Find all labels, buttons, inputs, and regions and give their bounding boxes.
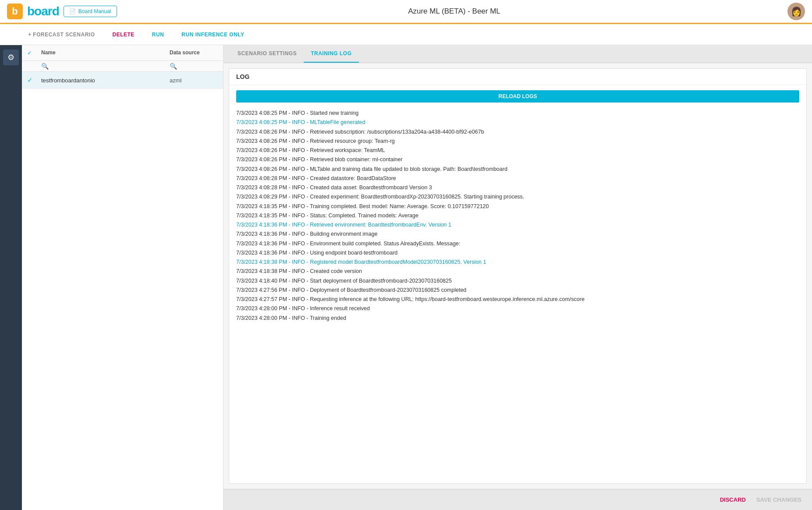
log-line: 7/3/2023 4:08:26 PM - INFO - Retrieved b…	[236, 155, 799, 164]
log-line: 7/3/2023 4:27:57 PM - INFO - Requesting …	[236, 295, 799, 304]
log-line: 7/3/2023 4:18:36 PM - INFO - Retrieved e…	[236, 220, 799, 230]
scenario-list-row[interactable]: ✓ testfromboardantonio azml	[22, 72, 223, 89]
log-line: 7/3/2023 4:08:26 PM - INFO - Retrieved s…	[236, 128, 799, 137]
log-line: 7/3/2023 4:18:38 PM - INFO - Created cod…	[236, 267, 799, 276]
logo-area: b board 📄 Board Manual	[7, 4, 121, 19]
log-line: 7/3/2023 4:08:29 PM - INFO - Created exp…	[236, 192, 799, 202]
log-panel: LOG RELOAD LOGS 7/3/2023 4:08:25 PM - IN…	[229, 68, 807, 484]
log-line: 7/3/2023 4:18:36 PM - INFO - Using endpo…	[236, 248, 799, 258]
scenario-name: testfromboardantonio	[41, 77, 170, 84]
log-line: 7/3/2023 4:27:56 PM - INFO - Deployment …	[236, 286, 799, 295]
content-area: ✓ Name Data source 🔍 🔍 ✓	[22, 45, 812, 510]
tab-training-log[interactable]: TRAINING LOG	[304, 45, 358, 63]
log-line: 7/3/2023 4:18:36 PM - INFO - Environment…	[236, 239, 799, 248]
list-search-row: 🔍 🔍	[22, 61, 223, 72]
main-layout: ⚙ ✓ Name Data source 🔍	[0, 45, 812, 510]
log-line: 7/3/2023 4:28:00 PM - INFO - Inference r…	[236, 304, 799, 313]
log-line: 7/3/2023 4:28:00 PM - INFO - Training en…	[236, 314, 799, 323]
tab-scenario-settings[interactable]: SCENARIO SETTINGS	[230, 45, 304, 63]
log-line: 7/3/2023 4:08:26 PM - INFO - MLTable and…	[236, 165, 799, 174]
toolbar: + FORECAST SCENARIO DELETE RUN RUN INFER…	[0, 24, 812, 45]
list-header: ✓ Name Data source	[22, 45, 223, 61]
log-line: 7/3/2023 4:18:36 PM - INFO - Building en…	[236, 230, 799, 239]
delete-button[interactable]: DELETE	[111, 29, 136, 40]
avatar[interactable]: 👩	[787, 3, 805, 20]
row-checkbox[interactable]: ✓	[27, 76, 41, 84]
save-changes-button[interactable]: SAVE CHANGES	[756, 496, 801, 503]
discard-button[interactable]: DISCARD	[720, 496, 746, 503]
log-line: 7/3/2023 4:08:28 PM - INFO - Created dat…	[236, 174, 799, 183]
log-line: 7/3/2023 4:08:28 PM - INFO - Created dat…	[236, 183, 799, 192]
top-header: b board 📄 Board Manual Azure ML (BETA) -…	[0, 0, 812, 24]
manual-doc-icon: 📄	[69, 8, 76, 14]
check-col-header: ✓	[27, 50, 41, 56]
log-line: 7/3/2023 4:18:38 PM - INFO - Registered …	[236, 258, 799, 267]
panel-row: ✓ Name Data source 🔍 🔍 ✓	[22, 45, 812, 510]
reload-logs-button[interactable]: RELOAD LOGS	[236, 90, 799, 103]
logo-board-text: board	[27, 4, 59, 18]
log-content[interactable]: 7/3/2023 4:08:25 PM - INFO - Started new…	[229, 107, 806, 483]
nav-settings-icon[interactable]: ⚙	[3, 50, 19, 65]
log-line: 7/3/2023 4:08:25 PM - INFO - Started new…	[236, 109, 799, 118]
name-search-icon[interactable]: 🔍	[41, 63, 49, 70]
scenario-source: azml	[170, 77, 218, 84]
tabs-row: SCENARIO SETTINGS TRAINING LOG	[223, 45, 812, 63]
scenario-list: ✓ Name Data source 🔍 🔍 ✓	[22, 45, 223, 510]
name-col-header: Name	[41, 50, 170, 56]
add-forecast-scenario-button[interactable]: + FORECAST SCENARIO	[26, 29, 97, 40]
bottom-bar: DISCARD SAVE CHANGES	[223, 489, 812, 510]
log-title: LOG	[229, 69, 806, 85]
log-line: 7/3/2023 4:08:25 PM - INFO - MLTableFile…	[236, 118, 799, 127]
left-nav: ⚙	[0, 45, 22, 510]
log-line: 7/3/2023 4:18:35 PM - INFO - Training co…	[236, 202, 799, 211]
logo-b-icon: b	[7, 4, 23, 19]
log-line: 7/3/2023 4:18:40 PM - INFO - Start deplo…	[236, 276, 799, 286]
run-button[interactable]: RUN	[150, 29, 166, 40]
log-line: 7/3/2023 4:18:35 PM - INFO - Status: Com…	[236, 211, 799, 220]
page-title: Azure ML (BETA) - Beer ML	[121, 7, 787, 16]
source-col-header: Data source	[170, 50, 218, 56]
source-search-icon[interactable]: 🔍	[170, 63, 177, 70]
detail-panel: SCENARIO SETTINGS TRAINING LOG LOG RELOA…	[223, 45, 812, 510]
log-line: 7/3/2023 4:08:26 PM - INFO - Retrieved w…	[236, 146, 799, 155]
board-manual-button[interactable]: 📄 Board Manual	[64, 6, 117, 17]
run-inference-button[interactable]: RUN INFERENCE ONLY	[180, 29, 246, 40]
log-line: 7/3/2023 4:08:26 PM - INFO - Retrieved r…	[236, 137, 799, 146]
